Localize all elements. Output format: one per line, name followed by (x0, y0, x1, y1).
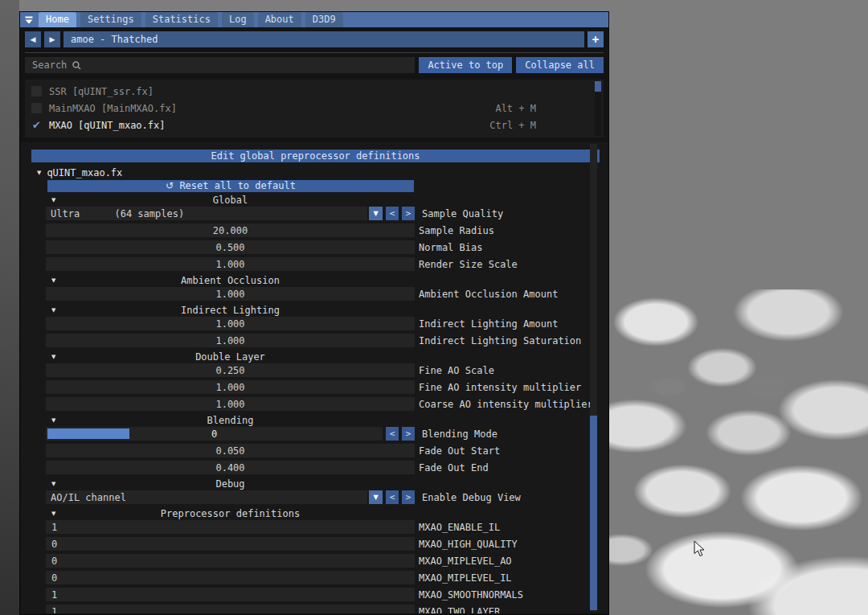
section-header-blending[interactable]: ▼Blending (46, 414, 608, 426)
setting-label: MXAO_MIPLEVEL_IL (419, 572, 512, 584)
collapse-all-button[interactable]: Collapse all (516, 57, 604, 73)
dropdown-button[interactable]: ▼ (369, 490, 383, 504)
shader-file-label: qUINT_mxao.fx (47, 167, 122, 178)
setting-row-sample-quality: Ultra (64 samples)▼<>Sample Quality (46, 207, 608, 220)
slider-blending-mode[interactable]: 0 (46, 427, 383, 441)
edit-global-preprocessor-button[interactable]: Edit global preprocessor definitions (31, 150, 600, 162)
setting-row-mxao-miplevel-ao: 0MXAO_MIPLEVEL_AO (46, 554, 608, 568)
drag-normal-bias[interactable]: 0.500 (46, 240, 415, 254)
drag-fade-out-end[interactable]: 0.400 (46, 461, 415, 474)
shader-file-node[interactable]: ▼ qUINT_mxao.fx (37, 167, 608, 178)
input-mxao-miplevel-il[interactable]: 0 (46, 571, 415, 584)
tab-about[interactable]: About (258, 12, 301, 27)
checkbox-unchecked[interactable] (31, 86, 42, 96)
setting-row-mxao-miplevel-il: 0MXAO_MIPLEVEL_IL (46, 571, 608, 584)
preset-name-field[interactable]: amoe - Thatched (63, 31, 584, 47)
preset-bar: ◀ ▶ amoe - Thatched + (25, 31, 604, 47)
tab-settings[interactable]: Settings (80, 12, 141, 27)
settings-scrollbar[interactable] (590, 144, 597, 612)
combo-enable-debug-view[interactable]: AO/IL channel (46, 490, 367, 504)
setting-label: Fine AO intensity multiplier (419, 382, 581, 393)
setting-label: MXAO_MIPLEVEL_AO (419, 556, 512, 567)
section-title: Global (46, 195, 415, 206)
shader-name: SSR [qUINT_ssr.fx] (49, 86, 154, 97)
step-right-button[interactable]: > (402, 207, 415, 220)
input-mxao-two-layer[interactable]: 1 (46, 605, 415, 613)
checkbox-checked-icon[interactable]: ✔ (31, 120, 42, 130)
drag-indirect-lighting-saturation[interactable]: 1.000 (46, 334, 415, 347)
shader-row[interactable]: MainMXAO [MainMXAO.fx]Alt + M (25, 100, 604, 117)
background-left-strip (0, 0, 19, 615)
drag-fine-ao-intensity-multiplier[interactable]: 1.000 (46, 380, 415, 394)
chevron-down-icon: ▼ (37, 170, 41, 176)
section-title: Ambient Occlusion (46, 275, 415, 286)
input-mxao-smoothnormals[interactable]: 1 (46, 588, 415, 601)
input-mxao-miplevel-ao[interactable]: 0 (46, 554, 415, 568)
tab-d3d9[interactable]: D3D9 (305, 12, 343, 27)
shader-list-scrollbar[interactable] (595, 81, 601, 136)
reset-all-button[interactable]: ↺ Reset all to default (47, 180, 414, 192)
section-header-global[interactable]: ▼Global (46, 194, 608, 206)
tab-home[interactable]: Home (39, 12, 76, 27)
search-row: Search Active to top Collapse all (25, 57, 604, 73)
setting-row-sample-radius: 20.000Sample Radius (46, 223, 608, 237)
step-left-button[interactable]: < (386, 427, 399, 441)
tab-log[interactable]: Log (222, 12, 254, 27)
previous-preset-button[interactable]: ◀ (25, 31, 41, 47)
section-title: Indirect Lighting (46, 305, 415, 316)
shader-row[interactable]: ✔MXAO [qUINT_mxao.fx]Ctrl + M (25, 117, 604, 133)
collapse-window-icon[interactable] (23, 12, 35, 27)
section-title: Double Layer (46, 351, 415, 363)
search-input[interactable]: Search (25, 57, 415, 73)
section-header-indirect-lighting[interactable]: ▼Indirect Lighting (46, 304, 608, 316)
setting-label: Render Size Scale (419, 259, 518, 270)
shader-row[interactable]: SSR [qUINT_ssr.fx] (25, 83, 604, 100)
tab-bar: HomeSettingsStatisticsLogAboutD3D9 (35, 12, 343, 27)
setting-label: MXAO_ENABLE_IL (419, 522, 500, 533)
section-header-double-layer[interactable]: ▼Double Layer (46, 351, 608, 363)
step-right-button[interactable]: > (402, 427, 415, 441)
setting-row-fade-out-start: 0.050Fade Out Start (46, 444, 608, 457)
section-header-debug[interactable]: ▼Debug (46, 478, 608, 490)
drag-indirect-lighting-amount[interactable]: 1.000 (46, 317, 415, 330)
active-to-top-button[interactable]: Active to top (419, 57, 512, 73)
shader-name: MXAO [qUINT_mxao.fx] (49, 120, 166, 131)
drag-fine-ao-scale[interactable]: 0.250 (46, 363, 415, 377)
scrollbar-thumb[interactable] (595, 81, 601, 92)
drag-coarse-ao-intensity-multiplier[interactable]: 1.000 (46, 397, 415, 411)
separator (25, 52, 604, 53)
section-header-ambient-occlusion[interactable]: ▼Ambient Occlusion (46, 274, 608, 286)
step-left-button[interactable]: < (386, 490, 399, 504)
setting-label: Ambient Occlusion Amount (419, 289, 558, 300)
add-preset-button[interactable]: + (588, 31, 604, 47)
combo-sample-quality[interactable]: Ultra (64 samples) (46, 207, 367, 220)
setting-label: Fade Out Start (419, 445, 500, 457)
setting-row-indirect-lighting-amount: 1.000Indirect Lighting Amount (46, 317, 608, 330)
reset-label: Reset all to default (179, 180, 296, 191)
input-mxao-enable-il[interactable]: 1 (46, 520, 415, 534)
drag-render-size-scale[interactable]: 1.000 (46, 257, 415, 271)
setting-row-coarse-ao-intensity-multiplier: 1.000Coarse AO intensity multiplier (46, 397, 608, 411)
section-header-preprocessor-definitions[interactable]: ▼Preprocessor definitions (46, 507, 608, 519)
setting-label: Sample Radius (419, 225, 494, 236)
dropdown-button[interactable]: ▼ (369, 207, 383, 220)
step-right-button[interactable]: > (402, 490, 415, 504)
drag-sample-radius[interactable]: 20.000 (46, 223, 415, 237)
shader-shortcut: Ctrl + M (489, 120, 536, 131)
setting-row-mxao-two-layer: 1MXAO_TWO_LAYER (46, 605, 608, 613)
setting-label: Normal Bias (419, 242, 482, 253)
setting-label: Enable Debug View (422, 492, 521, 503)
next-preset-button[interactable]: ▶ (44, 31, 60, 47)
checkbox-unchecked[interactable] (31, 103, 42, 113)
chevron-down-icon: ▼ (51, 277, 55, 284)
input-mxao-high-quality[interactable]: 0 (46, 537, 415, 551)
reset-icon: ↺ (166, 180, 174, 191)
chevron-down-icon: ▼ (51, 197, 55, 203)
chevron-down-icon: ▼ (51, 417, 55, 424)
drag-ambient-occlusion-amount[interactable]: 1.000 (46, 287, 415, 301)
step-left-button[interactable]: < (386, 207, 399, 220)
setting-label: Indirect Lighting Amount (419, 318, 558, 330)
tab-statistics[interactable]: Statistics (145, 12, 218, 27)
drag-fade-out-start[interactable]: 0.050 (46, 444, 415, 457)
scrollbar-thumb[interactable] (590, 416, 597, 610)
